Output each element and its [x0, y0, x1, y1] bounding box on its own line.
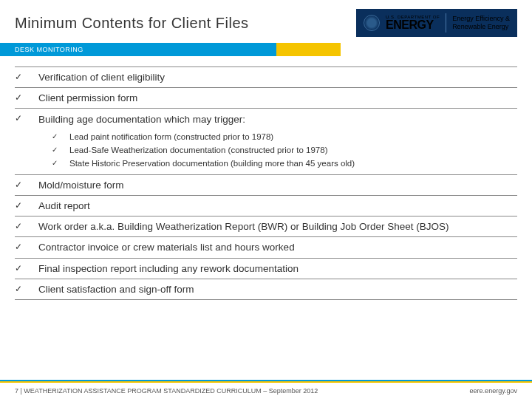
item-text: Final inspection report including any re… [38, 262, 299, 276]
list-item: ✓ Building age documentation which may t… [15, 109, 517, 174]
check-icon: ✓ [15, 179, 28, 190]
band-blue: DESK MONITORING [0, 43, 276, 56]
doe-logo: U.S. DEPARTMENT OF ENERGY Energy Efficie… [356, 9, 517, 37]
sublist-item: ✓ Lead paint notification form (construc… [52, 130, 517, 143]
list-item: ✓ Contractor invoice or crew materials l… [15, 237, 517, 258]
nested-item: Building age documentation which may tri… [38, 112, 517, 171]
check-icon: ✓ [15, 92, 28, 103]
check-icon: ✓ [15, 112, 28, 123]
band-label: DESK MONITORING [15, 46, 83, 53]
logo-name: ENERGY [386, 19, 440, 31]
check-icon: ✓ [52, 132, 62, 141]
list-item: ✓ Mold/moisture form [15, 175, 517, 196]
list-item: ✓ Work order a.k.a. Building Weatherizat… [15, 216, 517, 237]
item-text: Work order a.k.a. Building Weatherizatio… [38, 220, 449, 233]
sublist-item: ✓ State Historic Preservation documentat… [52, 157, 517, 170]
sublist: ✓ Lead paint notification form (construc… [38, 127, 517, 171]
check-icon: ✓ [15, 71, 28, 82]
list-item: ✓ Final inspection report including any … [15, 259, 517, 279]
check-icon: ✓ [15, 220, 28, 231]
check-icon: ✓ [15, 200, 28, 211]
logo-divider [446, 13, 446, 33]
check-icon: ✓ [15, 283, 28, 294]
item-text: Client satisfaction and sign-off form [38, 283, 194, 296]
list-item: ✓ Audit report [15, 196, 517, 216]
item-text: Client permission form [38, 92, 137, 105]
sublist-item: ✓ Lead-Safe Weatherization documentation… [52, 143, 517, 157]
band-yellow [276, 43, 340, 56]
logo-text: U.S. DEPARTMENT OF ENERGY [386, 15, 440, 31]
item-text: Verification of client eligibility [38, 71, 165, 84]
doe-seal-icon [364, 15, 380, 31]
check-icon: ✓ [15, 241, 28, 252]
item-text: Mold/moisture form [38, 179, 124, 192]
subitem-text: State Historic Preservation documentatio… [69, 159, 355, 168]
slide-header: Minimum Contents for Client Files U.S. D… [0, 0, 532, 43]
list-item: ✓ Verification of client eligibility [15, 66, 517, 88]
subitem-text: Lead-Safe Weatherization documentation (… [69, 146, 327, 154]
section-band: DESK MONITORING [0, 43, 532, 56]
footer-left: 7 | WEATHERIZATION ASSISTANCE PROGRAM ST… [15, 387, 318, 395]
checklist: ✓ Verification of client eligibility ✓ C… [0, 56, 532, 300]
list-item: ✓ Client satisfaction and sign-off form [15, 279, 517, 300]
check-icon: ✓ [52, 146, 62, 154]
list-item: ✓ Client permission form [15, 88, 517, 109]
band-rest [341, 43, 532, 56]
page-title: Minimum Contents for Client Files [15, 15, 249, 32]
check-icon: ✓ [15, 262, 28, 273]
item-text: Audit report [38, 200, 90, 213]
item-text: Contractor invoice or crew materials lis… [38, 241, 295, 254]
slide-footer: 7 | WEATHERIZATION ASSISTANCE PROGRAM ST… [0, 381, 532, 399]
logo-subtitle: Energy Efficiency & Renewable Energy [452, 15, 510, 31]
subitem-text: Lead paint notification form (constructe… [69, 132, 273, 141]
footer-right: eere.energy.gov [470, 387, 517, 395]
check-icon: ✓ [52, 159, 62, 168]
item-text: Building age documentation which may tri… [38, 114, 245, 125]
